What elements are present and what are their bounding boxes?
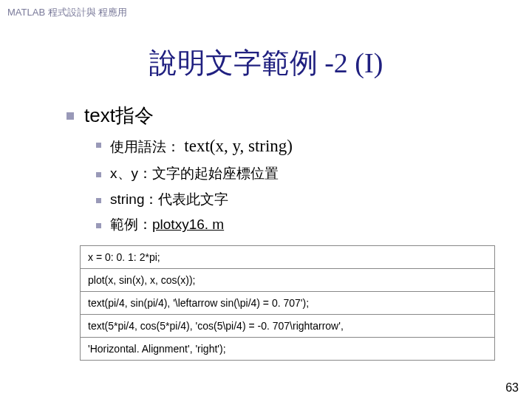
bullet-square-icon	[96, 223, 101, 228]
bullet-level2: 範例：plotxy16. m	[96, 215, 502, 235]
code-line: text(pi/4, sin(pi/4), '\leftarrow sin(\p…	[81, 292, 494, 315]
bullet-level2: string：代表此文字	[96, 190, 502, 210]
bullet-level2: x、y：文字的起始座標位置	[96, 164, 502, 184]
bullet-square-icon	[66, 112, 74, 120]
bullet-l1-text: text指令	[84, 103, 154, 129]
sub-code: text(x, y, string)	[184, 137, 293, 155]
bullet-l2-text: 範例：plotxy16. m	[110, 215, 224, 235]
code-line: plot(x, sin(x), x, cos(x));	[81, 269, 494, 292]
slide-title: 說明文字範例 -2 (I)	[0, 44, 532, 82]
bullet-square-icon	[96, 198, 101, 203]
code-line: 'Horizontal. Alignment', 'right');	[81, 338, 494, 360]
code-box: x = 0: 0. 1: 2*pi; plot(x, sin(x), x, co…	[80, 245, 495, 361]
bullet-l2-text: string：代表此文字	[110, 190, 228, 210]
bullet-l2-text: 使用語法： text(x, y, string)	[110, 134, 293, 158]
bullet-level1: text指令	[66, 103, 502, 129]
sub-prefix: 範例：	[110, 216, 152, 232]
sub-prefix: 使用語法：	[110, 139, 180, 154]
bullet-square-icon	[96, 172, 101, 177]
example-link[interactable]: plotxy16. m	[152, 216, 224, 232]
bullet-square-icon	[96, 143, 101, 148]
code-line: x = 0: 0. 1: 2*pi;	[81, 246, 494, 269]
bullet-level2: 使用語法： text(x, y, string)	[96, 134, 502, 158]
page-number: 63	[505, 381, 519, 395]
code-line: text(5*pi/4, cos(5*pi/4), 'cos(5\pi/4) =…	[81, 315, 494, 338]
content-area: text指令 使用語法： text(x, y, string) x、y：文字的起…	[0, 103, 532, 235]
header-text: MATLAB 程式設計與 程應用	[0, 0, 532, 22]
sub-bullet-list: 使用語法： text(x, y, string) x、y：文字的起始座標位置 s…	[66, 134, 502, 235]
bullet-l2-text: x、y：文字的起始座標位置	[110, 164, 279, 184]
